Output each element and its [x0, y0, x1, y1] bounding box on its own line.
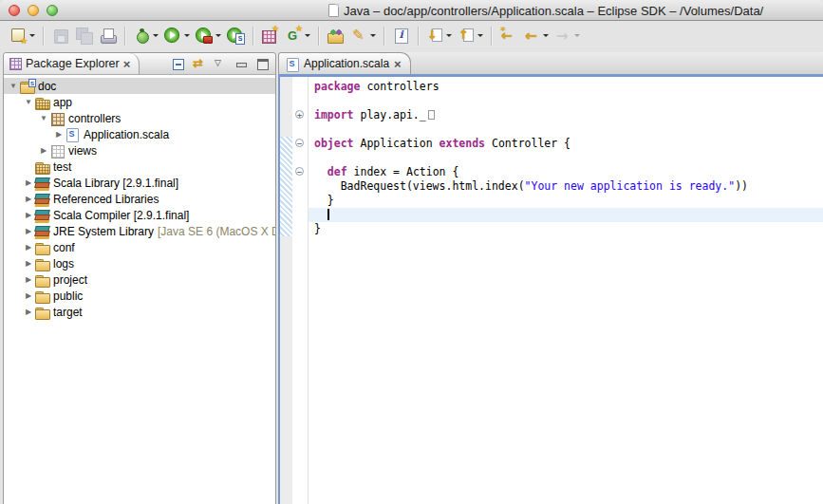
next-annotation-button[interactable] [424, 26, 454, 46]
dropdown-arrow-icon[interactable] [543, 34, 549, 37]
code-line-4[interactable] [309, 122, 823, 137]
print-button[interactable] [97, 26, 119, 46]
expand-arrow-icon[interactable]: ▶ [23, 308, 34, 316]
expand-arrow-icon[interactable]: ▶ [23, 259, 34, 268]
tree-item-doc[interactable]: ▼Sdoc [4, 78, 275, 94]
run-button[interactable] [162, 26, 192, 46]
minimize-window-button[interactable] [28, 5, 39, 16]
maximize-icon[interactable] [255, 57, 269, 70]
expand-arrow-icon[interactable]: ▶ [23, 178, 34, 187]
code-line-7[interactable]: def index = Action { [309, 165, 823, 179]
code-line-11[interactable]: } [309, 222, 823, 236]
tree-item-controllers[interactable]: ▼controllers [4, 110, 275, 126]
editor-tab-application-scala[interactable]: Application.scala × [278, 52, 411, 74]
search-button[interactable] [348, 26, 378, 46]
keyword-token: import [314, 108, 354, 121]
package-folder-icon [34, 159, 50, 175]
close-window-button[interactable] [9, 5, 20, 16]
code-line-9[interactable]: } [309, 194, 823, 208]
dropdown-arrow-icon[interactable] [477, 34, 483, 37]
collapse-arrow-icon[interactable]: ▼ [23, 98, 34, 106]
tree-item-label: Application.scala [84, 128, 169, 141]
tree-item-project[interactable]: ▶project [4, 271, 275, 288]
tree-item-jre-system-library[interactable]: ▶JRE System Library[Java SE 6 (MacOS X D… [4, 223, 275, 239]
tree-item-conf[interactable]: ▶conf [4, 239, 275, 255]
close-view-icon[interactable]: × [123, 58, 131, 70]
code-line-2[interactable] [309, 94, 823, 108]
dropdown-arrow-icon[interactable] [446, 34, 452, 37]
dropdown-arrow-icon[interactable] [29, 34, 35, 37]
expand-arrow-icon[interactable]: ▶ [23, 291, 34, 300]
expand-arrow-icon[interactable]: ▶ [23, 195, 34, 203]
zoom-window-button[interactable] [47, 5, 58, 16]
collapse-fold-icon[interactable]: − [295, 167, 304, 176]
tree-item-label: Scala Library [2.9.1.final] [53, 177, 178, 190]
open-resource-button[interactable] [325, 26, 346, 46]
external-tools-button[interactable] [194, 26, 223, 46]
run-scala-icon [227, 27, 245, 45]
open-resource-icon [327, 27, 345, 45]
code-area[interactable]: package controllersimport play.api._obje… [309, 77, 823, 504]
editor-tab-label: Application.scala [304, 57, 389, 70]
collapse-arrow-icon[interactable]: ▼ [8, 82, 19, 90]
dropdown-arrow-icon[interactable] [215, 34, 221, 37]
expand-fold-icon[interactable]: + [295, 110, 304, 119]
last-edit-location-button[interactable] [497, 26, 519, 46]
code-token: )) [735, 179, 748, 193]
eclipse-window: Java – doc/app/controllers/Application.s… [0, 0, 823, 504]
annotation-ruler[interactable] [280, 77, 292, 504]
tree-item-application-scala[interactable]: ▶Application.scala [4, 126, 275, 142]
tree-item-views[interactable]: ▶views [4, 142, 275, 159]
tree-item-app[interactable]: ▼app [4, 94, 275, 110]
new-wizard-button[interactable] [8, 26, 37, 46]
package-explorer-icon [9, 58, 22, 70]
tree-item-test[interactable]: test [4, 159, 275, 175]
code-line-5[interactable]: object Application extends Controller { [309, 137, 823, 151]
dropdown-arrow-icon[interactable] [574, 34, 580, 37]
tree-item-public[interactable]: ▶public [4, 288, 275, 304]
minimize-icon[interactable] [234, 57, 248, 70]
tree-item-referenced-libraries[interactable]: ▶Referenced Libraries [4, 191, 275, 207]
dropdown-arrow-icon[interactable] [370, 34, 376, 37]
expand-arrow-icon[interactable]: ▶ [23, 275, 34, 284]
tree-item-scala-library-2-9-1-final[interactable]: ▶Scala Library [2.9.1.final] [4, 175, 275, 191]
code-line-1[interactable]: package controllers [309, 80, 823, 94]
document-proxy-icon[interactable] [328, 4, 339, 17]
collapse-all-icon[interactable] [172, 57, 185, 70]
new-project-button[interactable] [259, 26, 281, 46]
code-line-10[interactable] [309, 208, 823, 222]
code-line-6[interactable] [309, 151, 823, 165]
run-scala-button[interactable] [225, 26, 247, 46]
code-token [314, 165, 327, 178]
info-toggle-button[interactable] [390, 26, 412, 46]
code-line-3[interactable]: import play.api._ [309, 108, 823, 122]
previous-annotation-button[interactable] [456, 26, 485, 46]
dropdown-arrow-icon[interactable] [153, 34, 159, 37]
tree-item-logs[interactable]: ▶logs [4, 255, 275, 271]
expand-arrow-icon[interactable]: ▶ [23, 243, 34, 252]
expand-arrow-icon[interactable]: ▶ [38, 146, 49, 155]
tree-item-scala-compiler-2-9-1-final[interactable]: ▶Scala Compiler [2.9.1.final] [4, 207, 275, 223]
new-wizard-g-button[interactable] [283, 26, 312, 46]
tree-item-label: test [53, 160, 71, 174]
forward-button [552, 26, 582, 46]
toolbar-separator [253, 27, 253, 46]
folded-code-icon[interactable] [428, 110, 435, 120]
expand-arrow-icon[interactable]: ▶ [23, 211, 34, 219]
close-editor-icon[interactable]: × [394, 58, 402, 70]
tree-item-target[interactable]: ▶target [4, 304, 275, 320]
expand-arrow-icon[interactable]: ▶ [23, 227, 34, 235]
view-menu-icon[interactable] [214, 57, 227, 70]
link-with-editor-icon[interactable] [193, 57, 206, 70]
dropdown-arrow-icon[interactable] [184, 34, 190, 37]
debug-button[interactable] [131, 26, 160, 46]
package-explorer-tab[interactable]: Package Explorer × [4, 53, 140, 74]
expand-arrow-icon[interactable]: ▶ [53, 130, 65, 139]
collapse-arrow-icon[interactable]: ▼ [38, 114, 49, 122]
folder-icon [34, 305, 50, 320]
code-line-8[interactable]: BadRequest(views.html.index("Your new ap… [309, 179, 823, 194]
collapse-fold-icon[interactable]: − [295, 139, 304, 147]
back-button[interactable] [521, 26, 551, 46]
dropdown-arrow-icon[interactable] [305, 34, 310, 37]
empty-package-icon [49, 143, 65, 159]
